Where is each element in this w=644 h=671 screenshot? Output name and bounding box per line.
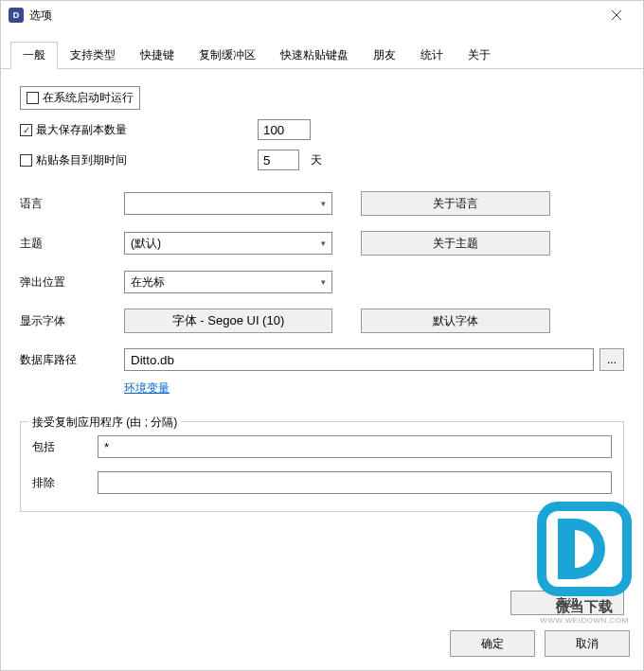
tab-6[interactable]: 统计 xyxy=(408,42,456,69)
db-path-input[interactable] xyxy=(124,348,594,371)
window-title: 选项 xyxy=(29,8,598,24)
tab-2[interactable]: 快捷键 xyxy=(128,42,187,69)
theme-label: 主题 xyxy=(20,236,124,252)
chevron-down-icon: ▾ xyxy=(321,277,326,287)
titlebar: D 选项 xyxy=(1,1,643,29)
chevron-down-icon: ▾ xyxy=(321,238,326,248)
popup-value: 在光标 xyxy=(131,274,165,291)
tab-content-general: 在系统启动时运行 ✓ 最大保存副本数量 粘贴条目到期时间 天 语言 ▾ 关于语言… xyxy=(1,69,643,529)
env-vars-link[interactable]: 环境变量 xyxy=(124,380,624,397)
expire-label: 粘贴条目到期时间 xyxy=(36,152,127,168)
language-select[interactable]: ▾ xyxy=(124,192,332,215)
chevron-down-icon: ▾ xyxy=(321,199,326,208)
checkbox-icon xyxy=(27,92,39,104)
max-copies-checkbox[interactable]: ✓ 最大保存副本数量 xyxy=(20,122,127,138)
include-label: 包括 xyxy=(32,439,98,455)
tab-0[interactable]: 一般 xyxy=(10,42,58,69)
ok-button[interactable]: 确定 xyxy=(450,630,535,657)
app-icon: D xyxy=(9,8,24,23)
tab-5[interactable]: 朋友 xyxy=(361,42,408,69)
about-theme-button[interactable]: 关于主题 xyxy=(361,231,550,256)
popup-label: 弹出位置 xyxy=(20,274,124,291)
popup-select[interactable]: 在光标 ▾ xyxy=(124,271,332,293)
include-input[interactable] xyxy=(98,435,612,458)
checkbox-icon xyxy=(20,154,32,167)
browse-button[interactable]: ... xyxy=(599,348,624,371)
watermark-url: WWW.WEIDOWN.COM xyxy=(537,616,632,625)
theme-value: (默认) xyxy=(131,236,161,252)
run-on-startup-label: 在系统启动时运行 xyxy=(43,90,134,106)
theme-select[interactable]: (默认) ▾ xyxy=(124,232,332,255)
font-label: 显示字体 xyxy=(20,313,124,329)
exclude-label: 排除 xyxy=(32,475,98,491)
tab-bar: 一般支持类型快捷键复制缓冲区快速粘贴键盘朋友统计关于 xyxy=(1,41,643,69)
dialog-buttons: 确定 取消 xyxy=(450,630,630,657)
apps-group-title: 接受复制应用程序 (由 ; 分隔) xyxy=(28,415,181,431)
checkbox-icon: ✓ xyxy=(20,124,32,136)
default-font-button[interactable]: 默认字体 xyxy=(361,309,550,333)
db-path-label: 数据库路径 xyxy=(20,352,124,368)
about-language-button[interactable]: 关于语言 xyxy=(361,191,550,216)
tab-4[interactable]: 快速粘贴键盘 xyxy=(268,42,361,69)
expire-unit: 天 xyxy=(311,152,322,168)
cancel-button[interactable]: 取消 xyxy=(545,630,630,657)
tab-3[interactable]: 复制缓冲区 xyxy=(187,42,268,69)
expire-input[interactable] xyxy=(258,150,299,170)
advanced-button[interactable]: 高级 xyxy=(510,591,624,615)
close-button[interactable] xyxy=(598,2,635,28)
tab-1[interactable]: 支持类型 xyxy=(58,42,128,69)
max-copies-input[interactable] xyxy=(258,119,311,140)
max-copies-label: 最大保存副本数量 xyxy=(36,122,127,138)
tab-7[interactable]: 关于 xyxy=(456,42,503,69)
apps-groupbox: 接受复制应用程序 (由 ; 分隔) 包括 排除 xyxy=(20,421,624,512)
exclude-input[interactable] xyxy=(98,471,612,494)
run-on-startup-checkbox[interactable]: 在系统启动时运行 xyxy=(20,86,140,110)
expire-checkbox[interactable]: 粘贴条目到期时间 xyxy=(20,152,127,168)
language-label: 语言 xyxy=(20,196,124,212)
font-button[interactable]: 字体 - Segoe UI (10) xyxy=(124,309,332,333)
